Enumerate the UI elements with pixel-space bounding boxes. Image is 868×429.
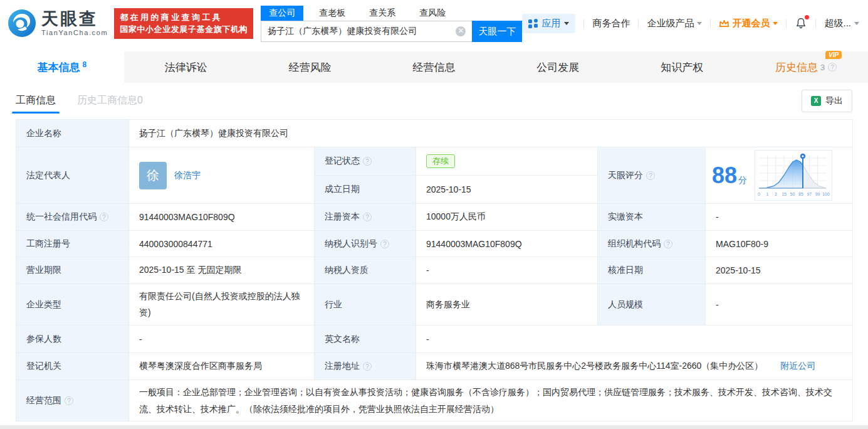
label-business-term: 营业期限: [16, 257, 129, 284]
help-icon[interactable]: ?: [65, 396, 73, 405]
table-row: 经营范围? 一般项目：企业总部管理；企业管理咨询；以自有资金从事投资活动；健康咨…: [16, 380, 853, 421]
value-reg-authority: 横琴粤澳深度合作区商事服务局: [129, 353, 315, 380]
table-row: 统一社会信用代码? 91440003MAG10F809Q 注册资本? 10000…: [16, 204, 853, 231]
nav-enterprise-products[interactable]: 企业级产品: [647, 18, 702, 29]
label-established-date: 成立日期: [315, 176, 416, 204]
tab-legal-proceedings[interactable]: 法律诉讼: [124, 51, 248, 83]
export-button[interactable]: X 导出: [802, 90, 852, 112]
help-icon[interactable]: ?: [363, 157, 372, 166]
value-reg-number: 440003000844771: [129, 231, 315, 257]
page-bottom-strip: [0, 425, 868, 429]
legal-rep-link[interactable]: 徐浩宇: [174, 170, 201, 181]
svg-text:50: 50: [790, 192, 795, 196]
value-english-name: -: [416, 326, 853, 353]
top-header: 天眼查 TianYanCha.com 都在用的商业查询工具 国家中小企业发展子基…: [0, 0, 868, 51]
tab-company-development[interactable]: 公司发展: [496, 51, 620, 83]
label-taxpayer-quality: 纳税人资质: [315, 257, 416, 284]
divider: [638, 19, 639, 28]
table-row: 工商注册号 440003000844771 纳税人识别号? 91440003MA…: [16, 231, 853, 257]
brand-name: 天眼查: [41, 10, 108, 28]
logo-eye-icon: [8, 9, 36, 38]
apps-grid-icon: [528, 19, 538, 28]
help-icon[interactable]: ?: [664, 240, 672, 248]
value-reg-capital: 10000万人民币: [416, 204, 598, 231]
value-staff-size: -: [706, 284, 853, 326]
score-number: 88分: [712, 164, 747, 187]
tab-basic-info[interactable]: 基本信息 8: [0, 51, 124, 83]
excel-icon: X: [811, 96, 821, 106]
value-tyc-score: 88分: [706, 147, 853, 204]
help-icon[interactable]: ?: [363, 213, 372, 221]
tianyancha-logo[interactable]: 天眼查 TianYanCha.com: [8, 9, 108, 38]
svg-text:1: 1: [766, 192, 768, 196]
value-company-type: 有限责任公司(自然人投资或控股的法人独资): [129, 284, 315, 326]
tab-history-info[interactable]: VIP 历史信息 3 ?: [744, 51, 868, 83]
table-row: 营业期限 2025-10-15 至 无固定期限 纳税人资质 - 核准日期 202…: [16, 257, 853, 284]
table-row: 参保人数 - 英文名称 -: [16, 326, 853, 353]
subtab-history-business-info[interactable]: 历史工商信息0: [77, 84, 143, 119]
search-tabs: 查公司 查老板 查关系 查风险: [261, 4, 522, 21]
nav-business-cooperation[interactable]: 商务合作: [592, 18, 630, 29]
svg-text:3: 3: [775, 192, 777, 196]
value-legal-rep: 徐 徐浩宇: [129, 147, 315, 204]
notification-dot: [805, 15, 809, 19]
value-org-code: MAG10F80-9: [706, 231, 853, 257]
search-tab-relation[interactable]: 查关系: [361, 6, 404, 21]
search-area: 查公司 查老板 查关系 查风险 ✕ 天眼一下: [261, 4, 522, 42]
slogan-line1: 都在用的商业查询工具: [120, 11, 248, 24]
notification-bell-icon[interactable]: [795, 17, 807, 29]
chevron-down-icon: [854, 22, 859, 25]
label-staff-size: 人员规模: [598, 284, 706, 326]
table-row: 登记机关 横琴粤澳深度合作区商事服务局 注册地址? 珠海市横琴港澳大道868号市…: [16, 353, 853, 380]
search-button[interactable]: 天眼一下: [472, 21, 522, 42]
status-badge: 存续: [426, 154, 455, 168]
search-tab-risk[interactable]: 查风险: [411, 6, 454, 21]
nearby-companies-link[interactable]: 附近公司: [780, 361, 815, 371]
chevron-down-icon: [697, 22, 702, 25]
label-insured-count: 参保人数: [16, 326, 129, 353]
table-row: 法定代表人 徐 徐浩宇 登记状态? 存续 天眼评分? 88分: [16, 147, 853, 176]
help-icon[interactable]: ?: [646, 171, 655, 180]
label-reg-authority: 登记机关: [16, 353, 129, 380]
legal-rep-avatar[interactable]: 徐: [139, 162, 167, 189]
main-tabbar: 基本信息 8 法律诉讼 经营风险 经营信息 公司发展 知识产权 VIP 历史信息…: [0, 51, 868, 83]
subtab-business-info[interactable]: 工商信息: [16, 84, 56, 119]
label-business-scope: 经营范围?: [16, 380, 129, 421]
score-axis-ticks: 0 1 3 15 50 85 97 99 100: [758, 192, 830, 196]
help-icon[interactable]: ?: [828, 63, 837, 72]
help-icon[interactable]: ?: [363, 362, 372, 371]
apps-menu[interactable]: 应用: [522, 14, 575, 33]
tab-intellectual-property[interactable]: 知识产权: [620, 51, 744, 83]
table-row: 企业名称 扬子江（广东横琴）健康投资有限公司: [16, 120, 853, 147]
tab-operating-info[interactable]: 经营信息: [372, 51, 496, 83]
value-insured-count: -: [129, 326, 315, 353]
svg-text:15: 15: [782, 192, 787, 196]
chevron-down-icon: [564, 22, 569, 25]
nav-open-vip[interactable]: 开通会员: [719, 18, 778, 29]
label-paid-capital: 实缴资本: [598, 204, 706, 231]
label-company-name: 企业名称: [16, 120, 129, 147]
label-company-type: 企业类型: [16, 284, 129, 326]
value-paid-capital: -: [706, 204, 853, 231]
search-input[interactable]: [261, 21, 472, 42]
search-tab-boss[interactable]: 查老板: [311, 6, 353, 21]
chevron-down-icon: [773, 22, 778, 25]
label-english-name: 英文名称: [315, 326, 416, 353]
label-org-code: 组织机构代码?: [598, 231, 706, 257]
svg-text:85: 85: [798, 192, 803, 196]
help-icon[interactable]: ?: [100, 213, 108, 221]
value-established-date: 2025-10-15: [416, 176, 598, 204]
top-nav: 应用 商务合作 企业级产品 开通会员: [522, 14, 859, 33]
svg-text:99: 99: [815, 192, 820, 196]
crown-icon: [719, 19, 729, 28]
divider: [815, 19, 816, 28]
tab-operating-risk[interactable]: 经营风险: [248, 51, 372, 83]
score-distribution-chart: 0 1 3 15 50 85 97 99 100: [755, 150, 832, 201]
page: 天眼查 TianYanCha.com 都在用的商业查询工具 国家中小企业发展子基…: [0, 0, 868, 429]
value-business-term: 2025-10-15 至 无固定期限: [129, 257, 315, 284]
search-tab-company[interactable]: 查公司: [261, 6, 303, 21]
help-icon[interactable]: ?: [380, 240, 389, 248]
divider: [583, 19, 584, 28]
nav-super[interactable]: 超级...: [824, 18, 859, 29]
label-approval-date: 核准日期: [598, 257, 706, 284]
